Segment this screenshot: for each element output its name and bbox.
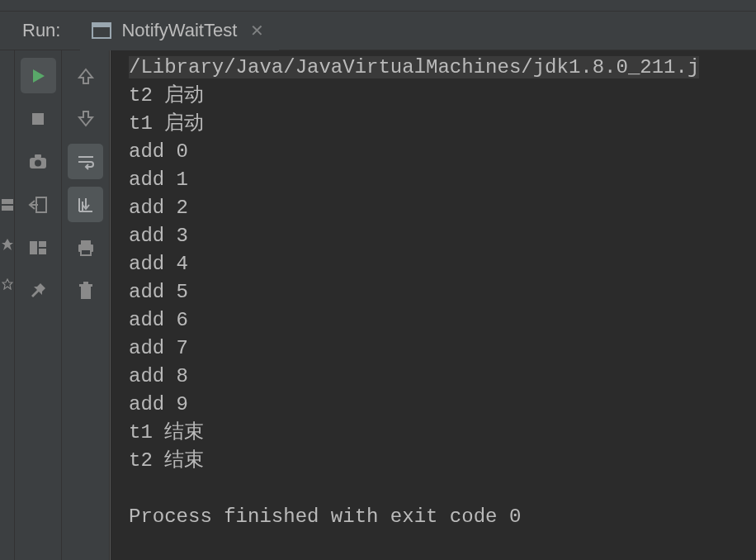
- console-output[interactable]: /Library/Java/JavaVirtualMachines/jdk1.8…: [110, 50, 756, 560]
- stop-button[interactable]: [21, 101, 56, 136]
- svg-point-6: [35, 159, 41, 166]
- clear-all-button[interactable]: [68, 273, 103, 308]
- soft-wrap-button[interactable]: [68, 144, 103, 179]
- up-button[interactable]: [68, 58, 103, 93]
- favorites-strip-icon[interactable]: [2, 278, 13, 290]
- structure-strip-icon[interactable]: [2, 199, 13, 211]
- svg-rect-10: [39, 241, 46, 247]
- svg-rect-11: [39, 249, 46, 254]
- svg-rect-4: [32, 113, 44, 125]
- svg-rect-9: [30, 241, 37, 254]
- run-tab[interactable]: NotifyWaitTest ✕: [80, 12, 279, 50]
- pin-strip-icon[interactable]: [2, 239, 13, 250]
- print-button[interactable]: [68, 230, 103, 265]
- console-text: /Library/Java/JavaVirtualMachines/jdk1.8…: [111, 50, 756, 531]
- secondary-toolbar: [62, 50, 110, 560]
- svg-rect-15: [81, 287, 91, 299]
- down-button[interactable]: [68, 101, 103, 136]
- output-block: t2 启动 t1 启动 add 0 add 1 add 2 add 3 add …: [129, 84, 521, 528]
- svg-rect-16: [79, 284, 92, 287]
- tab-label: NotifyWaitTest: [121, 20, 237, 41]
- svg-rect-7: [35, 154, 41, 158]
- run-label: Run:: [0, 20, 80, 41]
- pin-button[interactable]: [21, 273, 56, 308]
- close-tab-icon[interactable]: ✕: [247, 21, 267, 40]
- primary-toolbar: [15, 50, 62, 560]
- dump-threads-button[interactable]: [21, 144, 56, 179]
- svg-rect-12: [81, 240, 91, 244]
- svg-rect-3: [2, 206, 13, 211]
- run-header: Run: NotifyWaitTest ✕: [0, 12, 756, 50]
- svg-rect-1: [92, 23, 111, 27]
- scroll-to-end-button[interactable]: [68, 187, 103, 222]
- svg-rect-14: [81, 249, 91, 255]
- svg-rect-2: [2, 199, 13, 204]
- rerun-button[interactable]: [21, 58, 56, 93]
- application-icon: [92, 22, 111, 39]
- left-tool-strip: [0, 50, 15, 560]
- layout-button[interactable]: [21, 230, 56, 265]
- exit-button[interactable]: [21, 187, 56, 222]
- main-area: /Library/Java/JavaVirtualMachines/jdk1.8…: [0, 50, 756, 560]
- svg-rect-17: [83, 282, 88, 284]
- window-top-bar: [0, 0, 756, 12]
- command-line: /Library/Java/JavaVirtualMachines/jdk1.8…: [129, 56, 699, 78]
